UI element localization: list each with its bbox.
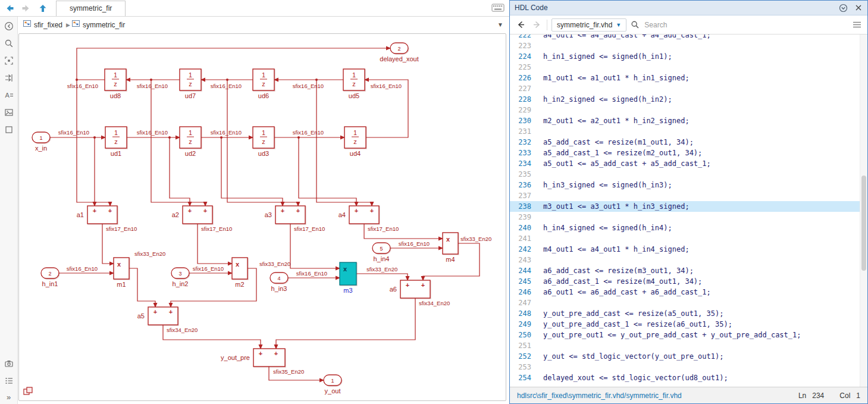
svg-text:2: 2 [48, 271, 51, 277]
code-forward-button[interactable] [531, 19, 543, 31]
expand-strip-icon[interactable]: » [7, 393, 11, 402]
close-icon[interactable] [854, 4, 863, 12]
code-back-button[interactable] [515, 19, 527, 31]
code-line-249[interactable]: 249y_out_pre_add_cast_1 <= resize(a6_out… [510, 319, 867, 330]
code-line-245[interactable]: 245a6_add_cast_1 <= resize(m4_out1, 34); [510, 276, 867, 287]
code-line-247[interactable]: 247 [510, 297, 867, 308]
svg-text:1: 1 [114, 129, 118, 136]
status-file-path[interactable]: hdlsrc\sfir_fixed\symmetric_fir.vhd/symm… [517, 392, 682, 400]
code-line-254[interactable]: 254delayed_xout <= std_logic_vector(ud8_… [510, 372, 867, 383]
port-h_in2[interactable]: 3h_in2 [171, 268, 189, 287]
area-icon[interactable] [4, 124, 14, 135]
block-m3[interactable]: xm3 [340, 262, 356, 294]
block-a6[interactable]: ++a6 [390, 280, 430, 298]
code-line-229[interactable]: 229 [510, 105, 867, 115]
code-line-224[interactable]: 224h_in1_signed <= signed(h_in1); [510, 51, 867, 62]
code-line-235[interactable]: 235 [510, 169, 867, 180]
diagram-canvas[interactable]: 1zud81zud71zud61zud51zud11zud21zud31zud4… [18, 33, 506, 401]
code-line-223[interactable]: 223 [510, 40, 867, 51]
code-line-239[interactable]: 239 [510, 212, 867, 223]
code-line-251[interactable]: 251 [510, 340, 867, 351]
back-button[interactable] [2, 2, 17, 15]
port-delayed_xout[interactable]: 2delayed_xout [380, 43, 418, 62]
image-icon[interactable] [4, 107, 14, 118]
code-line-226[interactable]: 226m1_out1 <= a1_out1 * h_in1_signed; [510, 73, 867, 83]
hide-browser-icon[interactable] [4, 21, 14, 32]
code-line-237[interactable]: 237 [510, 190, 867, 201]
breadcrumb-dropdown-icon[interactable]: ▼ [497, 21, 503, 28]
screenshot-icon[interactable] [4, 358, 14, 369]
code-line-250[interactable]: 250y_out_pre_out1 <= y_out_pre_add_cast … [510, 330, 867, 340]
block-a2[interactable]: ++a2 [172, 206, 212, 224]
block-ud2[interactable]: 1zud2 [180, 127, 201, 157]
code-line-230[interactable]: 230m2_out1 <= a2_out1 * h_in2_signed; [510, 115, 867, 126]
block-a4[interactable]: ++a4 [339, 206, 379, 224]
up-to-parent-button[interactable] [36, 2, 50, 15]
block-a3[interactable]: ++a3 [265, 206, 305, 224]
block-m1[interactable]: xm1 [114, 258, 129, 288]
annotation-icon[interactable]: A [4, 90, 14, 101]
code-line-234[interactable]: 234a5_out1 <= a5_add_cast + a5_add_cast_… [510, 158, 867, 169]
line-number: 233 [510, 148, 531, 158]
line-number: 245 [510, 276, 531, 287]
block-ud5[interactable]: 1zud5 [343, 69, 365, 99]
block-ud7[interactable]: 1zud7 [180, 69, 201, 99]
breadcrumb-item-symmetric-fir[interactable]: symmetric_fir [83, 21, 125, 29]
code-line-240[interactable]: 240h_in4_signed <= signed(h_in4); [510, 223, 867, 233]
code-line-242[interactable]: 242m4_out1 <= a4_out1 * h_in4_signed; [510, 244, 867, 255]
code-line-241[interactable]: 241 [510, 233, 867, 244]
code-line-252[interactable]: 252y_out <= std_logic_vector(y_out_pre_o… [510, 351, 867, 362]
panel-options-icon[interactable] [839, 4, 848, 12]
double-arrow-icon[interactable] [4, 73, 14, 83]
block-m2[interactable]: xm2 [232, 258, 247, 288]
svg-text:+: + [296, 207, 300, 214]
code-text: a5_add_cast_1 <= resize(m2_out1, 34); [531, 148, 702, 158]
signal-wire[interactable] [129, 268, 155, 307]
line-number: 238 [510, 201, 531, 212]
block-a5[interactable]: ++a5 [137, 307, 178, 325]
breadcrumb-item-sfir-fixed[interactable]: sfir_fixed [34, 21, 62, 29]
block-ud1[interactable]: 1zud1 [105, 127, 127, 157]
keyboard-icon[interactable] [491, 4, 504, 14]
block-ud6[interactable]: 1zud6 [253, 69, 274, 99]
code-line-228[interactable]: 228h_in2_signed <= signed(h_in2); [510, 94, 867, 105]
code-line-222[interactable]: 222a4_out1 <= a4_add_cast + a4_add_cast_… [510, 35, 867, 40]
block-m4[interactable]: xm4 [443, 233, 458, 263]
block-ud4[interactable]: 1zud4 [344, 127, 366, 157]
fit-to-view-icon[interactable] [4, 55, 14, 66]
code-line-231[interactable]: 231 [510, 126, 867, 137]
port-y_out[interactable]: 1y_out [324, 375, 341, 394]
forward-button[interactable] [19, 2, 33, 15]
code-line-243[interactable]: 243 [510, 255, 867, 265]
code-line-236[interactable]: 236h_in3_signed <= signed(h_in3); [510, 180, 867, 190]
port-h_in1[interactable]: 2h_in1 [41, 268, 59, 287]
signal-wire[interactable] [356, 274, 408, 280]
code-line-244[interactable]: 244a6_add_cast <= resize(m3_out1, 34); [510, 265, 867, 276]
tab-symmetric-fir[interactable]: symmetric_fir [56, 1, 126, 16]
block-y_out_pre[interactable]: ++y_out_pre [221, 349, 285, 367]
block-ud3[interactable]: 1zud3 [253, 127, 274, 157]
code-line-238[interactable]: 238m3_out1 <= a3_out1 * h_in3_signed; [510, 201, 867, 212]
code-line-232[interactable]: 232a5_add_cast <= resize(m1_out1, 34); [510, 137, 867, 148]
list-icon[interactable] [4, 375, 14, 386]
code-line-253[interactable]: 253 [510, 362, 867, 372]
file-dropdown[interactable]: symmetric_fir.vhd ▼ [551, 18, 626, 32]
code-line-233[interactable]: 233a5_add_cast_1 <= resize(m2_out1, 34); [510, 148, 867, 158]
code-line-227[interactable]: 227 [510, 83, 867, 94]
port-h_in4[interactable]: 5h_in4 [372, 243, 390, 262]
code-line-246[interactable]: 246a6_out1 <= a6_add_cast + a6_add_cast_… [510, 287, 867, 297]
port-h_in3[interactable]: 4h_in3 [270, 273, 288, 292]
zoom-icon[interactable] [4, 38, 14, 49]
port-x_in[interactable]: 1x_in [32, 132, 50, 152]
block-ud8[interactable]: 1zud8 [105, 69, 126, 99]
code-line-248[interactable]: 248y_out_pre_add_cast <= resize(a5_out1,… [510, 308, 867, 319]
block-a1[interactable]: ++a1 [77, 206, 117, 224]
scrollbar[interactable] [860, 35, 867, 387]
code-view[interactable]: 222a4_out1 <= a4_add_cast + a4_add_cast_… [510, 35, 867, 387]
signal-wire[interactable] [276, 298, 415, 349]
search-input[interactable] [643, 20, 824, 30]
code-line-225[interactable]: 225 [510, 62, 867, 73]
scrollbar-thumb[interactable] [861, 176, 866, 271]
menu-icon[interactable] [851, 19, 863, 31]
model-browser-badge-icon[interactable] [23, 386, 33, 397]
